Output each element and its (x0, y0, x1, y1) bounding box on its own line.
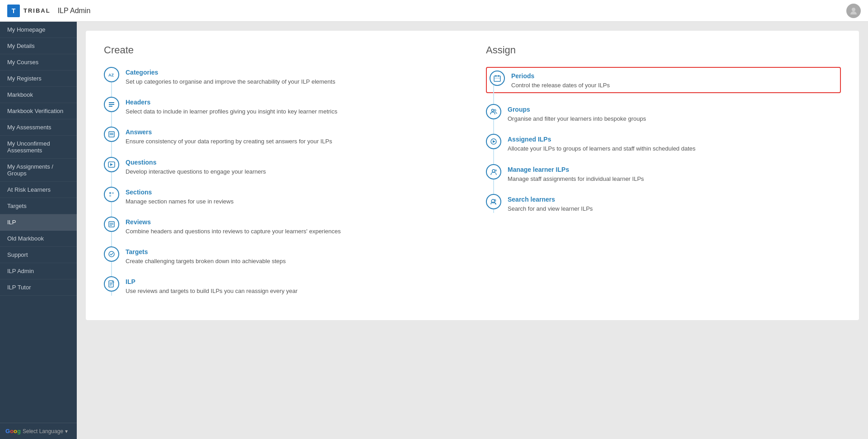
svg-point-27 (492, 170, 495, 172)
headers-icon (104, 97, 119, 112)
periods-icon (490, 71, 505, 86)
sections-desc: Manage section names for use in reviews (126, 198, 233, 206)
assign-section: Assign Periods Control the release dates… (486, 44, 841, 307)
select-language-label[interactable]: Select Language (23, 428, 63, 434)
svg-rect-6 (110, 133, 113, 134)
assigned-ilps-icon (486, 134, 501, 149)
svg-rect-20 (495, 75, 496, 77)
timeline-item-answers: Answers Ensure consistency of your data … (104, 127, 459, 146)
sidebar-item-my-assessments[interactable]: My Assessments (0, 119, 77, 136)
assign-item-assigned-ilps: Assigned ILPs Allocate your ILPs to grou… (486, 134, 841, 153)
categories-link[interactable]: Categories (126, 69, 335, 76)
svg-rect-16 (110, 283, 112, 283)
search-learners-content: Search learners Search for and view lear… (508, 194, 593, 213)
answers-desc: Ensure consistency of your data reportin… (126, 137, 332, 146)
logo-icon: T (7, 5, 20, 17)
sidebar-item-ilp-tutor[interactable]: ILP Tutor (0, 279, 77, 296)
groups-link[interactable]: Groups (508, 106, 646, 113)
assign-item-manage-learner-ilps: Manage learner ILPs Manage staff assignm… (486, 164, 841, 183)
assign-title: Assign (486, 44, 841, 56)
periods-link[interactable]: Periods (511, 72, 610, 80)
svg-rect-21 (498, 75, 499, 77)
sidebar-item-my-homepage[interactable]: My Homepage (0, 22, 77, 38)
ilp-content: ILP Use reviews and targets to build ILP… (126, 276, 298, 295)
timeline-item-reviews: Reviews Combine headers and questions in… (104, 217, 459, 236)
timeline-item-categories: AZ Categories Set up categories to organ… (104, 67, 459, 86)
sidebar-item-markbook-verification[interactable]: Markbook Verification (0, 103, 77, 119)
headers-link[interactable]: Headers (126, 99, 337, 106)
sections-link[interactable]: Sections (126, 189, 233, 196)
svg-point-23 (492, 109, 494, 112)
search-learners-desc: Search for and view learner ILPs (508, 205, 593, 213)
headers-desc: Select data to include in learner profil… (126, 108, 337, 116)
targets-content: Targets Create challenging targets broke… (126, 246, 286, 265)
svg-marker-9 (110, 163, 113, 166)
create-section: Create AZ Categories Set up categ (104, 44, 459, 307)
ilp-desc: Use reviews and targets to build ILPs yo… (126, 287, 298, 295)
sidebar-item-support[interactable]: Support (0, 247, 77, 263)
answers-link[interactable]: Answers (126, 128, 332, 136)
sidebar-item-old-markbook[interactable]: Old Markbook (0, 231, 77, 247)
sidebar-item-my-unconfirmed-assessments[interactable]: My Unconfirmed Assessments (0, 136, 77, 159)
sections-content: Sections Manage section names for use in… (126, 187, 233, 206)
logo-name: TRIBAL (23, 7, 51, 14)
headers-content: Headers Select data to include in learne… (126, 97, 337, 116)
main-content: Create AZ Categories Set up categ (77, 22, 868, 439)
content-grid: Create AZ Categories Set up categ (104, 44, 841, 307)
sidebar-item-my-registers[interactable]: My Registers (0, 71, 77, 87)
sidebar: My Homepage My Details My Courses My Reg… (0, 22, 77, 439)
targets-link[interactable]: Targets (126, 248, 286, 255)
svg-rect-4 (109, 106, 112, 107)
sidebar-item-ilp[interactable]: ILP (0, 214, 77, 231)
svg-rect-22 (494, 78, 500, 79)
ilp-link[interactable]: ILP (126, 278, 298, 285)
svg-rect-11 (110, 223, 113, 223)
groups-content: Groups Organise and filter your learners… (508, 104, 646, 123)
categories-content: Categories Set up categories to organise… (126, 67, 335, 86)
sidebar-item-ilp-admin[interactable]: ILP Admin (0, 263, 77, 279)
svg-rect-19 (494, 76, 500, 81)
manage-learner-ilps-icon (486, 164, 501, 179)
sections-icon (104, 187, 119, 202)
select-language-chevron: ▾ (65, 428, 68, 434)
timeline-item-questions: Questions Develop interactive questions … (104, 157, 459, 176)
assign-item-search-learners: Search learners Search for and view lear… (486, 194, 841, 213)
logo: T TRIBAL (7, 5, 51, 17)
sidebar-item-my-assignments-groups[interactable]: My Assignments / Groups (0, 159, 77, 182)
groups-desc: Organise and filter your learners into b… (508, 115, 646, 123)
sidebar-item-targets[interactable]: Targets (0, 198, 77, 214)
sidebar-item-my-details[interactable]: My Details (0, 38, 77, 54)
questions-content: Questions Develop interactive questions … (126, 157, 266, 176)
assigned-ilps-desc: Allocate your ILPs to groups of learners… (508, 145, 695, 153)
svg-text:AZ: AZ (108, 73, 114, 77)
svg-rect-3 (109, 104, 114, 105)
assigned-ilps-link[interactable]: Assigned ILPs (508, 136, 695, 143)
reviews-content: Reviews Combine headers and questions in… (126, 217, 341, 236)
svg-rect-13 (110, 225, 112, 226)
manage-learner-ilps-link[interactable]: Manage learner ILPs (508, 166, 644, 173)
sidebar-item-markbook[interactable]: Markbook (0, 87, 77, 103)
avatar[interactable] (846, 4, 861, 18)
questions-link[interactable]: Questions (126, 159, 266, 166)
reviews-link[interactable]: Reviews (126, 218, 341, 226)
svg-rect-18 (110, 285, 112, 285)
topbar: T TRIBAL ILP Admin (0, 0, 868, 22)
sidebar-item-at-risk-learners[interactable]: At Risk Learners (0, 182, 77, 198)
select-language-bar[interactable]: Goog Select Language ▾ (0, 423, 77, 439)
answers-content: Answers Ensure consistency of your data … (126, 127, 332, 146)
categories-icon: AZ (104, 67, 119, 82)
periods-content: Periods Control the release dates of you… (511, 71, 610, 90)
sidebar-item-my-courses[interactable]: My Courses (0, 54, 77, 71)
search-learners-icon (486, 194, 501, 209)
manage-learner-ilps-desc: Manage staff assignments for individual … (508, 175, 644, 183)
questions-desc: Develop interactive questions to engage … (126, 168, 266, 176)
content-card: Create AZ Categories Set up categ (86, 31, 859, 320)
svg-rect-17 (110, 284, 112, 284)
answers-icon (104, 127, 119, 142)
create-timeline: AZ Categories Set up categories to organ… (104, 67, 459, 296)
search-learners-link[interactable]: Search learners (508, 196, 593, 203)
questions-icon (104, 157, 119, 172)
targets-icon (104, 246, 119, 262)
svg-point-0 (852, 8, 855, 11)
assign-item-periods-highlighted: Periods Control the release dates of you… (486, 67, 841, 93)
